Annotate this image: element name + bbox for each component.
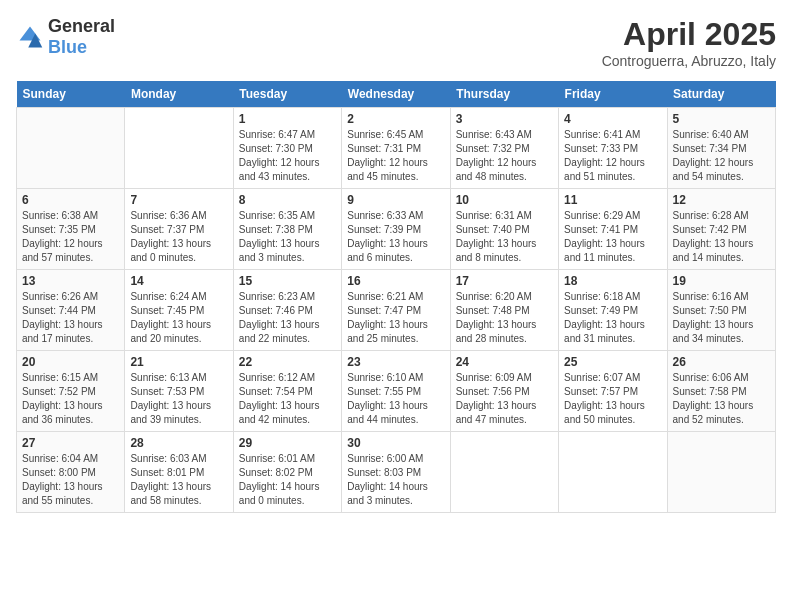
calendar-week-4: 20Sunrise: 6:15 AM Sunset: 7:52 PM Dayli…	[17, 351, 776, 432]
calendar-cell: 18Sunrise: 6:18 AM Sunset: 7:49 PM Dayli…	[559, 270, 667, 351]
calendar-cell: 8Sunrise: 6:35 AM Sunset: 7:38 PM Daylig…	[233, 189, 341, 270]
weekday-header-thursday: Thursday	[450, 81, 558, 108]
day-number: 16	[347, 274, 444, 288]
calendar-week-1: 1Sunrise: 6:47 AM Sunset: 7:30 PM Daylig…	[17, 108, 776, 189]
calendar-cell: 23Sunrise: 6:10 AM Sunset: 7:55 PM Dayli…	[342, 351, 450, 432]
calendar-cell: 1Sunrise: 6:47 AM Sunset: 7:30 PM Daylig…	[233, 108, 341, 189]
day-info: Sunrise: 6:43 AM Sunset: 7:32 PM Dayligh…	[456, 128, 553, 184]
day-number: 10	[456, 193, 553, 207]
calendar-cell: 29Sunrise: 6:01 AM Sunset: 8:02 PM Dayli…	[233, 432, 341, 513]
day-info: Sunrise: 6:33 AM Sunset: 7:39 PM Dayligh…	[347, 209, 444, 265]
day-number: 8	[239, 193, 336, 207]
day-info: Sunrise: 6:29 AM Sunset: 7:41 PM Dayligh…	[564, 209, 661, 265]
calendar-week-5: 27Sunrise: 6:04 AM Sunset: 8:00 PM Dayli…	[17, 432, 776, 513]
calendar-cell: 13Sunrise: 6:26 AM Sunset: 7:44 PM Dayli…	[17, 270, 125, 351]
day-info: Sunrise: 6:00 AM Sunset: 8:03 PM Dayligh…	[347, 452, 444, 508]
calendar-cell: 9Sunrise: 6:33 AM Sunset: 7:39 PM Daylig…	[342, 189, 450, 270]
day-info: Sunrise: 6:07 AM Sunset: 7:57 PM Dayligh…	[564, 371, 661, 427]
calendar-cell: 24Sunrise: 6:09 AM Sunset: 7:56 PM Dayli…	[450, 351, 558, 432]
day-info: Sunrise: 6:31 AM Sunset: 7:40 PM Dayligh…	[456, 209, 553, 265]
weekday-header-tuesday: Tuesday	[233, 81, 341, 108]
weekday-header-sunday: Sunday	[17, 81, 125, 108]
day-number: 7	[130, 193, 227, 207]
calendar-cell: 11Sunrise: 6:29 AM Sunset: 7:41 PM Dayli…	[559, 189, 667, 270]
day-info: Sunrise: 6:20 AM Sunset: 7:48 PM Dayligh…	[456, 290, 553, 346]
day-number: 2	[347, 112, 444, 126]
calendar-cell: 7Sunrise: 6:36 AM Sunset: 7:37 PM Daylig…	[125, 189, 233, 270]
day-number: 30	[347, 436, 444, 450]
logo-general-text: General	[48, 16, 115, 36]
logo: General Blue	[16, 16, 115, 58]
day-info: Sunrise: 6:04 AM Sunset: 8:00 PM Dayligh…	[22, 452, 119, 508]
calendar-cell: 25Sunrise: 6:07 AM Sunset: 7:57 PM Dayli…	[559, 351, 667, 432]
weekday-row: SundayMondayTuesdayWednesdayThursdayFrid…	[17, 81, 776, 108]
day-number: 1	[239, 112, 336, 126]
day-number: 4	[564, 112, 661, 126]
calendar-cell: 10Sunrise: 6:31 AM Sunset: 7:40 PM Dayli…	[450, 189, 558, 270]
month-title: April 2025	[602, 16, 776, 53]
day-info: Sunrise: 6:12 AM Sunset: 7:54 PM Dayligh…	[239, 371, 336, 427]
calendar-cell: 5Sunrise: 6:40 AM Sunset: 7:34 PM Daylig…	[667, 108, 775, 189]
calendar-cell	[450, 432, 558, 513]
day-number: 23	[347, 355, 444, 369]
day-number: 22	[239, 355, 336, 369]
day-number: 15	[239, 274, 336, 288]
day-number: 25	[564, 355, 661, 369]
calendar-cell: 19Sunrise: 6:16 AM Sunset: 7:50 PM Dayli…	[667, 270, 775, 351]
day-number: 14	[130, 274, 227, 288]
day-number: 18	[564, 274, 661, 288]
calendar-cell: 12Sunrise: 6:28 AM Sunset: 7:42 PM Dayli…	[667, 189, 775, 270]
calendar-body: 1Sunrise: 6:47 AM Sunset: 7:30 PM Daylig…	[17, 108, 776, 513]
day-info: Sunrise: 6:24 AM Sunset: 7:45 PM Dayligh…	[130, 290, 227, 346]
calendar-cell: 6Sunrise: 6:38 AM Sunset: 7:35 PM Daylig…	[17, 189, 125, 270]
day-number: 24	[456, 355, 553, 369]
logo-blue-text: Blue	[48, 37, 87, 57]
day-number: 21	[130, 355, 227, 369]
day-number: 9	[347, 193, 444, 207]
day-number: 12	[673, 193, 770, 207]
day-number: 27	[22, 436, 119, 450]
day-number: 11	[564, 193, 661, 207]
day-info: Sunrise: 6:41 AM Sunset: 7:33 PM Dayligh…	[564, 128, 661, 184]
day-number: 26	[673, 355, 770, 369]
day-number: 28	[130, 436, 227, 450]
calendar-cell	[17, 108, 125, 189]
weekday-header-saturday: Saturday	[667, 81, 775, 108]
calendar-cell: 3Sunrise: 6:43 AM Sunset: 7:32 PM Daylig…	[450, 108, 558, 189]
day-info: Sunrise: 6:40 AM Sunset: 7:34 PM Dayligh…	[673, 128, 770, 184]
calendar-cell: 21Sunrise: 6:13 AM Sunset: 7:53 PM Dayli…	[125, 351, 233, 432]
title-block: April 2025 Controguerra, Abruzzo, Italy	[602, 16, 776, 69]
calendar-cell: 17Sunrise: 6:20 AM Sunset: 7:48 PM Dayli…	[450, 270, 558, 351]
day-number: 13	[22, 274, 119, 288]
day-info: Sunrise: 6:28 AM Sunset: 7:42 PM Dayligh…	[673, 209, 770, 265]
calendar-cell: 4Sunrise: 6:41 AM Sunset: 7:33 PM Daylig…	[559, 108, 667, 189]
weekday-header-wednesday: Wednesday	[342, 81, 450, 108]
calendar-header: SundayMondayTuesdayWednesdayThursdayFrid…	[17, 81, 776, 108]
calendar-cell: 14Sunrise: 6:24 AM Sunset: 7:45 PM Dayli…	[125, 270, 233, 351]
logo-icon	[16, 23, 44, 51]
calendar-cell: 2Sunrise: 6:45 AM Sunset: 7:31 PM Daylig…	[342, 108, 450, 189]
calendar-cell: 16Sunrise: 6:21 AM Sunset: 7:47 PM Dayli…	[342, 270, 450, 351]
calendar-table: SundayMondayTuesdayWednesdayThursdayFrid…	[16, 81, 776, 513]
day-info: Sunrise: 6:21 AM Sunset: 7:47 PM Dayligh…	[347, 290, 444, 346]
calendar-cell: 15Sunrise: 6:23 AM Sunset: 7:46 PM Dayli…	[233, 270, 341, 351]
calendar-week-3: 13Sunrise: 6:26 AM Sunset: 7:44 PM Dayli…	[17, 270, 776, 351]
calendar-cell: 28Sunrise: 6:03 AM Sunset: 8:01 PM Dayli…	[125, 432, 233, 513]
day-info: Sunrise: 6:47 AM Sunset: 7:30 PM Dayligh…	[239, 128, 336, 184]
day-info: Sunrise: 6:16 AM Sunset: 7:50 PM Dayligh…	[673, 290, 770, 346]
day-info: Sunrise: 6:01 AM Sunset: 8:02 PM Dayligh…	[239, 452, 336, 508]
calendar-cell: 20Sunrise: 6:15 AM Sunset: 7:52 PM Dayli…	[17, 351, 125, 432]
calendar-cell: 22Sunrise: 6:12 AM Sunset: 7:54 PM Dayli…	[233, 351, 341, 432]
day-info: Sunrise: 6:15 AM Sunset: 7:52 PM Dayligh…	[22, 371, 119, 427]
day-info: Sunrise: 6:10 AM Sunset: 7:55 PM Dayligh…	[347, 371, 444, 427]
day-number: 6	[22, 193, 119, 207]
day-info: Sunrise: 6:45 AM Sunset: 7:31 PM Dayligh…	[347, 128, 444, 184]
calendar-cell: 30Sunrise: 6:00 AM Sunset: 8:03 PM Dayli…	[342, 432, 450, 513]
calendar-cell: 27Sunrise: 6:04 AM Sunset: 8:00 PM Dayli…	[17, 432, 125, 513]
day-info: Sunrise: 6:13 AM Sunset: 7:53 PM Dayligh…	[130, 371, 227, 427]
day-number: 20	[22, 355, 119, 369]
day-number: 3	[456, 112, 553, 126]
day-info: Sunrise: 6:38 AM Sunset: 7:35 PM Dayligh…	[22, 209, 119, 265]
weekday-header-monday: Monday	[125, 81, 233, 108]
page-header: General Blue April 2025 Controguerra, Ab…	[16, 16, 776, 69]
